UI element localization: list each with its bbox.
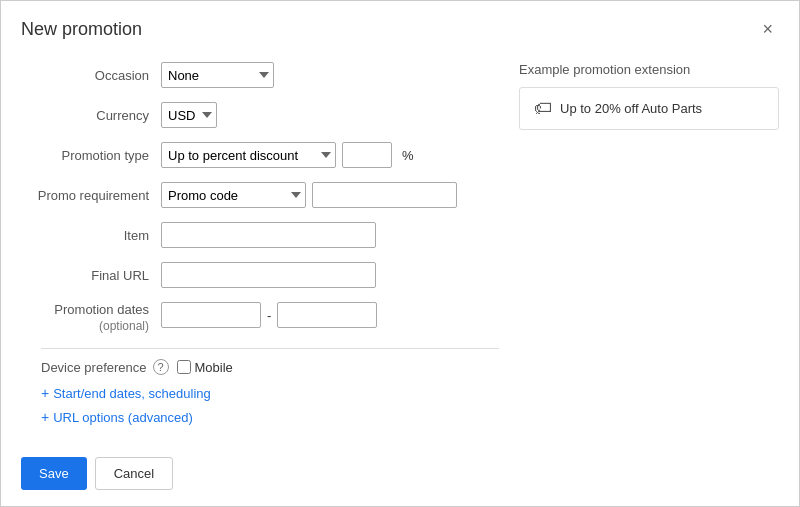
preview-section: Example promotion extension 🏷 Up to 20% … (519, 62, 779, 433)
final-url-label: Final URL (21, 268, 161, 283)
percent-symbol: % (402, 148, 414, 163)
close-button[interactable]: × (756, 17, 779, 42)
occasion-row: Occasion None Back to school Christmas E… (21, 62, 499, 88)
end-date-input[interactable] (277, 302, 377, 328)
date-dash: - (267, 308, 271, 323)
promotion-dates-row: Promotion dates (optional) - (21, 302, 499, 334)
url-options-link[interactable]: + URL options (advanced) (21, 409, 499, 425)
promotion-type-label: Promotion type (21, 148, 161, 163)
currency-select[interactable]: USD EUR GBP (161, 102, 217, 128)
promotion-type-row: Promotion type Up to percent discount Pe… (21, 142, 499, 168)
promo-requirement-label: Promo requirement (21, 188, 161, 203)
dialog-footer: Save Cancel (21, 457, 173, 490)
preview-card: 🏷 Up to 20% off Auto Parts (519, 87, 779, 130)
dialog-title: New promotion (21, 19, 142, 40)
date-inputs: - (161, 302, 377, 328)
promotion-dates-label: Promotion dates (optional) (21, 302, 161, 334)
start-date-input[interactable] (161, 302, 261, 328)
new-promotion-dialog: New promotion × Occasion None Back to sc… (0, 0, 800, 507)
device-preference-row: Device preference ? Mobile (21, 359, 499, 375)
divider (41, 348, 499, 349)
preview-title: Example promotion extension (519, 62, 779, 77)
promotion-type-value-input[interactable] (342, 142, 392, 168)
dialog-body: Occasion None Back to school Christmas E… (21, 62, 779, 433)
save-button[interactable]: Save (21, 457, 87, 490)
url-options-label: URL options (advanced) (53, 410, 193, 425)
currency-label: Currency (21, 108, 161, 123)
plus-icon-scheduling: + (41, 385, 49, 401)
promotion-dates-sub: (optional) (21, 319, 149, 335)
mobile-checkbox-label[interactable]: Mobile (177, 360, 233, 375)
final-url-row: Final URL (21, 262, 499, 288)
final-url-input[interactable] (161, 262, 376, 288)
preview-text: Up to 20% off Auto Parts (560, 101, 702, 116)
dialog-header: New promotion × (21, 17, 779, 42)
help-icon[interactable]: ? (153, 359, 169, 375)
promo-type-controls: Up to percent discount Percent discount … (161, 142, 414, 168)
form-section: Occasion None Back to school Christmas E… (21, 62, 499, 433)
mobile-checkbox[interactable] (177, 360, 191, 374)
currency-row: Currency USD EUR GBP (21, 102, 499, 128)
device-preference-label: Device preference (41, 360, 147, 375)
promotion-type-select[interactable]: Up to percent discount Percent discount … (161, 142, 336, 168)
mobile-label-text: Mobile (195, 360, 233, 375)
promo-requirement-row: Promo requirement Promo code No requirem… (21, 182, 499, 208)
tag-icon: 🏷 (534, 98, 552, 119)
item-input[interactable] (161, 222, 376, 248)
plus-icon-url: + (41, 409, 49, 425)
promo-requirement-select[interactable]: Promo code No requirement Minimum order … (161, 182, 306, 208)
cancel-button[interactable]: Cancel (95, 457, 173, 490)
start-end-dates-label: Start/end dates, scheduling (53, 386, 211, 401)
promo-code-input[interactable] (312, 182, 457, 208)
item-label: Item (21, 228, 161, 243)
occasion-label: Occasion (21, 68, 161, 83)
promo-req-controls: Promo code No requirement Minimum order … (161, 182, 457, 208)
promotion-dates-text: Promotion dates (21, 302, 149, 319)
occasion-select[interactable]: None Back to school Christmas Easter Mot… (161, 62, 274, 88)
start-end-dates-link[interactable]: + Start/end dates, scheduling (21, 385, 499, 401)
item-row: Item (21, 222, 499, 248)
